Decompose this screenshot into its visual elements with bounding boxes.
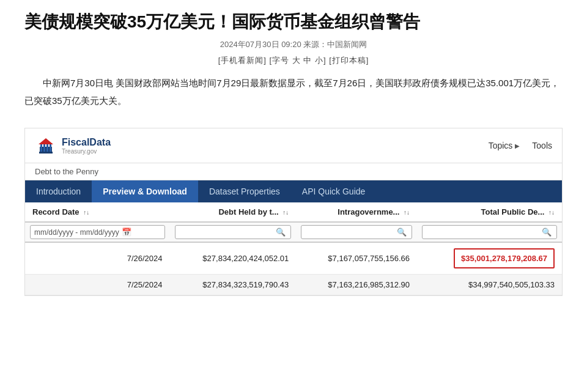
col-debt-held[interactable]: Debt Held by t... ↑↓ <box>170 202 297 222</box>
svg-rect-1 <box>40 144 42 153</box>
article-title: 美债规模突破35万亿美元！国际货币基金组织曾警告 <box>24 11 563 33</box>
article-meta: 2024年07月30日 09:20 来源：中国新闻网 <box>24 39 563 50</box>
fiscal-logo-icon <box>35 135 57 157</box>
sort-icon-intragovt: ↑↓ <box>404 209 410 216</box>
fiscal-nav: Topics ▶ Tools <box>489 141 552 150</box>
filter-date-cell: mm/dd/yyyy - mm/dd/yyyy 📅 <box>25 222 170 242</box>
cell-1-3: $34,997,540,505,103.33 <box>417 275 562 295</box>
fiscal-subtitle: Debt to the Penny <box>25 163 562 180</box>
svg-rect-2 <box>43 144 45 153</box>
table-header-row: Record Date ↑↓ Debt Held by t... ↑↓ Intr… <box>25 202 562 222</box>
cell-1-1: $27,834,323,519,790.43 <box>170 275 297 295</box>
cell-0-3: $35,001,278,179,208.67 <box>417 242 562 275</box>
filter-debt-cell: 🔍 <box>170 222 297 242</box>
sort-icon-debt-held: ↑↓ <box>282 209 289 216</box>
cell-0-2: $7,167,057,755,156.66 <box>296 242 417 275</box>
tab-preview-download[interactable]: Preview & Download <box>92 180 198 202</box>
sort-icon-total: ↑↓ <box>548 209 555 216</box>
filter-row: mm/dd/yyyy - mm/dd/yyyy 📅 🔍 🔍 <box>25 222 562 242</box>
filter-total-cell: 🔍 <box>417 222 562 242</box>
tools-label[interactable]: Tools <box>532 141 552 150</box>
col-record-date[interactable]: Record Date ↑↓ <box>25 202 170 222</box>
svg-rect-6 <box>39 152 53 153</box>
cell-1-0: 7/25/2024 <box>25 275 170 295</box>
tab-introduction[interactable]: Introduction <box>25 180 92 202</box>
filter-intragovt-cell: 🔍 <box>296 222 417 242</box>
topics-arrow-icon: ▶ <box>515 142 520 149</box>
fiscal-header: FiscalData Treasury.gov Topics ▶ Tools <box>25 128 562 163</box>
svg-rect-3 <box>46 144 48 153</box>
search-icon-intragovt: 🔍 <box>397 227 407 237</box>
cell-0-1: $27,834,220,424,052.01 <box>170 242 297 275</box>
fiscal-logo-name: FiscalData Treasury.gov <box>62 137 111 155</box>
cell-1-2: $7,163,216,985,312.90 <box>296 275 417 295</box>
fiscal-table-wrap: Record Date ↑↓ Debt Held by t... ↑↓ Intr… <box>25 202 562 295</box>
filter-date-placeholder: mm/dd/yyyy - mm/dd/yyyy <box>34 228 119 237</box>
filter-intragovt-input[interactable]: 🔍 <box>301 225 412 239</box>
table-row: 7/25/2024$27,834,323,519,790.43$7,163,21… <box>25 275 562 295</box>
article-section: 美债规模突破35万亿美元！国际货币基金组织曾警告 2024年07月30日 09:… <box>0 0 587 128</box>
svg-marker-5 <box>39 138 53 144</box>
filter-debt-input[interactable]: 🔍 <box>175 225 292 239</box>
topics-label: Topics <box>489 141 513 150</box>
search-icon-total: 🔍 <box>542 227 552 237</box>
svg-rect-4 <box>50 144 51 153</box>
topics-nav[interactable]: Topics ▶ <box>489 141 520 150</box>
tab-dataset-properties[interactable]: Dataset Properties <box>198 180 291 202</box>
filter-date-input[interactable]: mm/dd/yyyy - mm/dd/yyyy 📅 <box>30 225 165 239</box>
highlighted-total-value: $35,001,278,179,208.67 <box>454 248 555 268</box>
col-total[interactable]: Total Public De... ↑↓ <box>417 202 562 222</box>
col-intragovt[interactable]: Intragovernme... ↑↓ <box>296 202 417 222</box>
filter-total-input[interactable]: 🔍 <box>422 225 557 239</box>
tab-api-quick-guide[interactable]: API Quick Guide <box>291 180 377 202</box>
fiscal-table: Record Date ↑↓ Debt Held by t... ↑↓ Intr… <box>25 202 562 295</box>
table-row: 7/26/2024$27,834,220,424,052.01$7,167,05… <box>25 242 562 275</box>
fiscal-tabs: Introduction Preview & Download Dataset … <box>25 180 562 202</box>
article-body: 中新网7月30日电 美国财政部网站当地时间7月29日最新数据显示，截至7月26日… <box>24 75 563 109</box>
fiscal-widget: FiscalData Treasury.gov Topics ▶ Tools D… <box>24 128 563 296</box>
search-icon-debt: 🔍 <box>276 227 286 237</box>
cell-0-0: 7/26/2024 <box>25 242 170 275</box>
article-tools: [手机看新闻] [字号 大 中 小] [打印本稿] <box>24 55 563 66</box>
fiscal-logo: FiscalData Treasury.gov <box>35 135 111 157</box>
sort-icon-record-date: ↑↓ <box>83 209 89 216</box>
calendar-icon: 📅 <box>122 227 131 237</box>
